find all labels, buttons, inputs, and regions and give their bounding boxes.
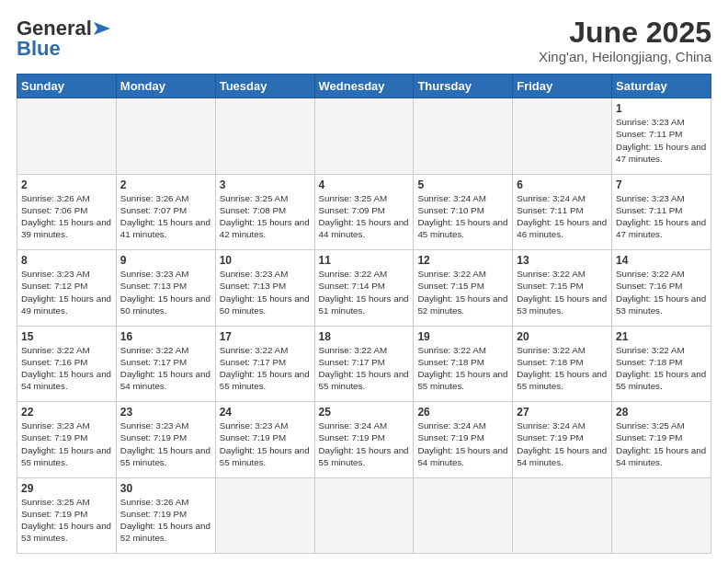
calendar-cell bbox=[612, 477, 711, 553]
calendar-cell: 26Sunrise: 3:24 AMSunset: 7:19 PMDayligh… bbox=[414, 402, 513, 477]
calendar-table: Sunday Monday Tuesday Wednesday Thursday… bbox=[17, 74, 711, 554]
calendar-cell bbox=[314, 477, 414, 553]
calendar-week-row: 22Sunrise: 3:23 AMSunset: 7:19 PMDayligh… bbox=[17, 402, 711, 477]
col-friday: Friday bbox=[513, 75, 612, 98]
calendar-cell: 8Sunrise: 3:23 AMSunset: 7:12 PMDaylight… bbox=[17, 250, 117, 326]
day-info: Sunrise: 3:24 AMSunset: 7:19 PMDaylight:… bbox=[517, 419, 608, 468]
calendar-cell: 12Sunrise: 3:22 AMSunset: 7:15 PMDayligh… bbox=[414, 250, 513, 326]
day-info: Sunrise: 3:23 AMSunset: 7:12 PMDaylight:… bbox=[21, 268, 112, 316]
calendar-week-row: 15Sunrise: 3:22 AMSunset: 7:16 PMDayligh… bbox=[17, 326, 711, 401]
day-info: Sunrise: 3:22 AMSunset: 7:18 PMDaylight:… bbox=[517, 344, 608, 393]
day-info: Sunrise: 3:23 AMSunset: 7:13 PMDaylight:… bbox=[120, 268, 211, 316]
calendar-cell: 16Sunrise: 3:22 AMSunset: 7:17 PMDayligh… bbox=[116, 326, 215, 401]
day-info: Sunrise: 3:23 AMSunset: 7:19 PMDaylight:… bbox=[21, 419, 112, 468]
calendar-cell: 21Sunrise: 3:22 AMSunset: 7:18 PMDayligh… bbox=[612, 326, 711, 401]
calendar-cell: 11Sunrise: 3:22 AMSunset: 7:14 PMDayligh… bbox=[314, 250, 414, 326]
day-info: Sunrise: 3:22 AMSunset: 7:18 PMDaylight:… bbox=[616, 344, 707, 393]
day-number: 19 bbox=[417, 330, 508, 343]
logo: General Blue bbox=[17, 17, 110, 61]
calendar-cell bbox=[314, 98, 414, 174]
day-info: Sunrise: 3:22 AMSunset: 7:17 PMDaylight:… bbox=[220, 344, 311, 393]
calendar-cell bbox=[513, 98, 612, 174]
calendar-cell: 2Sunrise: 3:26 AMSunset: 7:06 PMDaylight… bbox=[17, 174, 117, 249]
calendar-cell: 13Sunrise: 3:22 AMSunset: 7:15 PMDayligh… bbox=[513, 250, 612, 326]
day-number: 9 bbox=[120, 254, 211, 267]
day-number: 10 bbox=[220, 254, 311, 267]
calendar-title: June 2025 bbox=[539, 17, 711, 49]
day-info: Sunrise: 3:23 AMSunset: 7:13 PMDaylight:… bbox=[220, 268, 311, 316]
day-info: Sunrise: 3:25 AMSunset: 7:19 PMDaylight:… bbox=[21, 496, 112, 545]
calendar-cell: 27Sunrise: 3:24 AMSunset: 7:19 PMDayligh… bbox=[513, 402, 612, 477]
calendar-week-row: 1Sunrise: 3:23 AMSunset: 7:11 PMDaylight… bbox=[17, 98, 711, 174]
day-info: Sunrise: 3:22 AMSunset: 7:14 PMDaylight:… bbox=[319, 268, 410, 316]
day-number: 11 bbox=[319, 254, 410, 267]
day-number: 24 bbox=[220, 406, 311, 419]
calendar-cell: 17Sunrise: 3:22 AMSunset: 7:17 PMDayligh… bbox=[215, 326, 314, 401]
col-tuesday: Tuesday bbox=[215, 75, 314, 98]
day-number: 20 bbox=[517, 330, 608, 343]
col-saturday: Saturday bbox=[612, 75, 711, 98]
calendar-cell: 2Sunrise: 3:26 AMSunset: 7:07 PMDaylight… bbox=[116, 174, 215, 249]
calendar-cell: 28Sunrise: 3:25 AMSunset: 7:19 PMDayligh… bbox=[612, 402, 711, 477]
page: General Blue June 2025 Xing'an, Heilongj… bbox=[0, 0, 728, 563]
calendar-cell: 3Sunrise: 3:25 AMSunset: 7:08 PMDaylight… bbox=[215, 174, 314, 249]
calendar-cell bbox=[513, 477, 612, 553]
day-number: 16 bbox=[120, 330, 211, 343]
day-number: 12 bbox=[417, 254, 508, 267]
day-number: 23 bbox=[120, 406, 211, 419]
calendar-cell: 7Sunrise: 3:23 AMSunset: 7:11 PMDaylight… bbox=[612, 174, 711, 249]
calendar-cell: 30Sunrise: 3:26 AMSunset: 7:19 PMDayligh… bbox=[116, 477, 215, 553]
day-number: 1 bbox=[616, 102, 707, 115]
day-info: Sunrise: 3:22 AMSunset: 7:15 PMDaylight:… bbox=[517, 268, 608, 316]
day-number: 3 bbox=[220, 178, 311, 191]
calendar-cell bbox=[414, 477, 513, 553]
day-number: 26 bbox=[417, 406, 508, 419]
logo-blue-text: Blue bbox=[17, 37, 61, 61]
calendar-cell bbox=[116, 98, 215, 174]
day-number: 7 bbox=[616, 178, 707, 191]
day-info: Sunrise: 3:23 AMSunset: 7:11 PMDaylight:… bbox=[616, 116, 707, 165]
day-info: Sunrise: 3:25 AMSunset: 7:08 PMDaylight:… bbox=[220, 192, 311, 241]
day-number: 2 bbox=[21, 178, 112, 191]
calendar-subtitle: Xing'an, Heilongjiang, China bbox=[539, 49, 711, 64]
calendar-cell: 6Sunrise: 3:24 AMSunset: 7:11 PMDaylight… bbox=[513, 174, 612, 249]
calendar-cell: 24Sunrise: 3:23 AMSunset: 7:19 PMDayligh… bbox=[215, 402, 314, 477]
header: General Blue June 2025 Xing'an, Heilongj… bbox=[17, 17, 711, 64]
day-info: Sunrise: 3:24 AMSunset: 7:19 PMDaylight:… bbox=[417, 419, 508, 468]
day-number: 30 bbox=[120, 482, 211, 495]
calendar-week-row: 8Sunrise: 3:23 AMSunset: 7:12 PMDaylight… bbox=[17, 250, 711, 326]
day-info: Sunrise: 3:26 AMSunset: 7:07 PMDaylight:… bbox=[120, 192, 211, 241]
svg-marker-0 bbox=[94, 22, 110, 35]
calendar-cell: 22Sunrise: 3:23 AMSunset: 7:19 PMDayligh… bbox=[17, 402, 117, 477]
day-number: 27 bbox=[517, 406, 608, 419]
day-number: 2 bbox=[120, 178, 211, 191]
day-info: Sunrise: 3:26 AMSunset: 7:06 PMDaylight:… bbox=[21, 192, 112, 241]
day-number: 25 bbox=[319, 406, 410, 419]
day-info: Sunrise: 3:24 AMSunset: 7:11 PMDaylight:… bbox=[517, 192, 608, 241]
day-number: 21 bbox=[616, 330, 707, 343]
calendar-cell: 25Sunrise: 3:24 AMSunset: 7:19 PMDayligh… bbox=[314, 402, 414, 477]
day-info: Sunrise: 3:22 AMSunset: 7:16 PMDaylight:… bbox=[21, 344, 112, 393]
calendar-cell: 14Sunrise: 3:22 AMSunset: 7:16 PMDayligh… bbox=[612, 250, 711, 326]
calendar-cell: 10Sunrise: 3:23 AMSunset: 7:13 PMDayligh… bbox=[215, 250, 314, 326]
calendar-cell: 9Sunrise: 3:23 AMSunset: 7:13 PMDaylight… bbox=[116, 250, 215, 326]
day-number: 29 bbox=[21, 482, 112, 495]
day-number: 28 bbox=[616, 406, 707, 419]
logo-arrow-icon bbox=[94, 22, 110, 35]
day-number: 22 bbox=[21, 406, 112, 419]
day-info: Sunrise: 3:23 AMSunset: 7:11 PMDaylight:… bbox=[616, 192, 707, 241]
day-info: Sunrise: 3:25 AMSunset: 7:19 PMDaylight:… bbox=[616, 419, 707, 468]
title-block: June 2025 Xing'an, Heilongjiang, China bbox=[539, 17, 711, 64]
calendar-cell: 4Sunrise: 3:25 AMSunset: 7:09 PMDaylight… bbox=[314, 174, 414, 249]
day-info: Sunrise: 3:22 AMSunset: 7:17 PMDaylight:… bbox=[120, 344, 211, 393]
calendar-cell bbox=[215, 98, 314, 174]
calendar-cell: 5Sunrise: 3:24 AMSunset: 7:10 PMDaylight… bbox=[414, 174, 513, 249]
day-info: Sunrise: 3:22 AMSunset: 7:15 PMDaylight:… bbox=[417, 268, 508, 316]
calendar-cell: 19Sunrise: 3:22 AMSunset: 7:18 PMDayligh… bbox=[414, 326, 513, 401]
day-number: 5 bbox=[417, 178, 508, 191]
day-number: 18 bbox=[319, 330, 410, 343]
col-sunday: Sunday bbox=[17, 75, 117, 98]
day-info: Sunrise: 3:23 AMSunset: 7:19 PMDaylight:… bbox=[220, 419, 311, 468]
day-info: Sunrise: 3:24 AMSunset: 7:10 PMDaylight:… bbox=[417, 192, 508, 241]
calendar-cell: 1Sunrise: 3:23 AMSunset: 7:11 PMDaylight… bbox=[612, 98, 711, 174]
